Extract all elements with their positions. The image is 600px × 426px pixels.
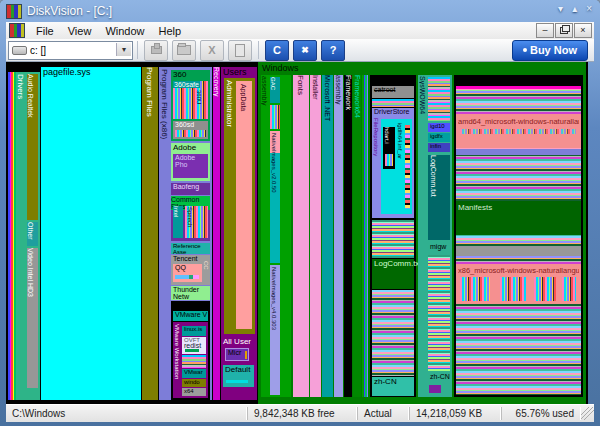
block-drivers[interactable]: Drivers Audio Realtek Other Video Intel …: [16, 72, 40, 400]
block-igdfx[interactable]: igdfx: [428, 133, 450, 142]
windows-thin-strips[interactable]: [362, 75, 368, 397]
block-system32[interactable]: System32 catroot DriverStore FileReposit…: [370, 75, 416, 397]
gac-stripes[interactable]: [270, 105, 280, 129]
block-video-intel[interactable]: Video Intel HD3: [27, 248, 38, 388]
label-reference: Reference Asse: [173, 243, 210, 255]
drive-selector[interactable]: c: [] ▾: [8, 41, 133, 60]
block-windows[interactable]: Windows assembly GAC NativeImages_v2.0.5…: [258, 62, 586, 404]
block-framework64[interactable]: Framework64: [353, 75, 361, 397]
close-button[interactable]: ×: [586, 3, 592, 14]
maximize-button[interactable]: ▴: [572, 3, 577, 14]
block-logcomm-wow64[interactable]: LogComm.txt: [428, 155, 450, 240]
block-intel[interactable]: Intel: [173, 206, 183, 238]
block-thunder[interactable]: Thunder Netw: [171, 286, 210, 300]
menu-help[interactable]: Help: [152, 24, 189, 38]
system32-stripes-3[interactable]: [372, 290, 414, 376]
block-hdart-inf[interactable]: hdart.i: [383, 127, 395, 169]
block-vmwar[interactable]: VMwar: [182, 369, 206, 378]
menu-file[interactable]: File: [29, 24, 61, 38]
block-gac[interactable]: GAC: [270, 77, 280, 103]
block-audio-realtek[interactable]: Audio Realtek: [27, 74, 38, 220]
block-nativeimages-v4[interactable]: NativeImages_v4.0.303: [270, 265, 280, 395]
block-installer[interactable]: Installer: [310, 75, 321, 397]
block-zhcn-wow64[interactable]: zh-CN: [428, 373, 450, 395]
block-administrator[interactable]: Administrator AppData: [224, 78, 255, 334]
block-x86-naturallanguage[interactable]: x86_microsoft-windows-naturallanguage6_: [456, 264, 581, 304]
block-vmware-v[interactable]: VMware V: [173, 311, 208, 321]
igd10-label: igd10: [430, 123, 445, 129]
block-recovery[interactable]: Recovery: [213, 67, 220, 400]
block-amd64-naturallanguage[interactable]: amd64_microsoft-windows-naturallanguage: [456, 114, 581, 148]
vmware-stripes[interactable]: [182, 355, 206, 368]
block-nativeimages-v2[interactable]: NativeImages_v2.0.50: [270, 131, 280, 263]
block-winsxs[interactable]: winsxs amd64_microsoft-windows-naturalla…: [454, 75, 583, 397]
chevron-down-icon[interactable]: ▾: [116, 43, 131, 56]
block-igd10[interactable]: igd10: [428, 123, 450, 132]
block-360safe[interactable]: 360safe 360U: [173, 81, 208, 119]
tools-button[interactable]: ✖: [293, 40, 317, 61]
block-syswow64[interactable]: SysWOW64 igd10 igdfx infin LogComm.txt m…: [418, 75, 452, 397]
help-button[interactable]: ?: [321, 40, 345, 61]
buy-now-button[interactable]: Buy Now: [512, 40, 588, 61]
mdi-restore-button[interactable]: [555, 23, 573, 38]
block-x64[interactable]: x64: [182, 388, 206, 396]
block-microsoft-user[interactable]: Micr: [225, 348, 249, 361]
block-reference-assemblies[interactable]: Reference Asse: [171, 243, 210, 254]
open-button[interactable]: [172, 40, 196, 61]
menu-bar: File View Window Help – ×: [6, 22, 594, 40]
label-360: 360: [173, 70, 186, 79]
system32-stripes-1[interactable]: [372, 99, 414, 107]
small-root-strips[interactable]: [8, 72, 16, 400]
syswow64-stripes-bottom[interactable]: [428, 255, 450, 371]
block-users[interactable]: Users Administrator AppData All User Mic…: [221, 67, 257, 400]
scan-button[interactable]: [144, 40, 168, 61]
mdi-minimize-button[interactable]: –: [536, 23, 554, 38]
menu-view[interactable]: View: [61, 24, 99, 38]
block-baofeng[interactable]: Baofeng: [171, 183, 210, 195]
mdi-close-button[interactable]: ×: [574, 23, 592, 38]
block-360sd[interactable]: 360sd: [173, 121, 208, 139]
block-program-files[interactable]: Program Files: [142, 67, 158, 400]
refresh-button[interactable]: C: [265, 40, 289, 61]
block-framework[interactable]: Framework: [344, 75, 352, 397]
open-folder-icon: [177, 45, 191, 55]
block-adobe-pho[interactable]: Adobe Pho: [173, 154, 208, 178]
block-manifests[interactable]: Manifests: [456, 201, 581, 235]
block-qq[interactable]: QQ: [173, 264, 202, 282]
syswow64-stripes-top[interactable]: [428, 77, 450, 121]
resize-grip[interactable]: [581, 407, 594, 420]
minimize-button[interactable]: ▾: [558, 3, 563, 14]
block-pagefile[interactable]: pagefile.sys: [41, 67, 141, 400]
block-common-files[interactable]: Common Files Intel Speech: [171, 196, 210, 241]
block-fonts[interactable]: Fonts: [293, 75, 309, 397]
block-adobe[interactable]: Adobe Adobe Pho: [171, 143, 210, 181]
block-logcomm-sys32[interactable]: LogComm.txt: [372, 259, 414, 289]
block-vmware[interactable]: VMware VMware V VMware Workstation linux…: [171, 301, 210, 400]
system32-stripes-2[interactable]: [372, 220, 414, 258]
block-infin[interactable]: infin: [428, 143, 450, 152]
block-tencent[interactable]: Tencent QQ CC: [171, 255, 210, 285]
block-zhcn-sys32[interactable]: zh-CN: [372, 377, 414, 396]
block-360[interactable]: 360 360safe 360U 360sd: [171, 70, 210, 141]
block-speech[interactable]: Speech: [185, 206, 208, 238]
block-catroot[interactable]: catroot: [372, 86, 414, 98]
block-vmware-workstation[interactable]: VMware Workstation linux.is OVFT redist …: [173, 322, 208, 398]
block-windo[interactable]: windo: [182, 379, 206, 387]
tools-icon: ✖: [301, 45, 309, 55]
report-button[interactable]: [228, 40, 252, 61]
stop-button[interactable]: X: [200, 40, 224, 61]
block-default-user[interactable]: Default: [223, 365, 254, 387]
block-linux-iso[interactable]: linux.is: [182, 326, 206, 336]
block-assembly[interactable]: assembly GAC NativeImages_v2.0.50 Native…: [261, 75, 291, 397]
block-program-files-x86[interactable]: Program Files (x86) 360 360safe 360U 360…: [159, 67, 212, 400]
block-migw[interactable]: migw: [428, 243, 450, 253]
menu-window[interactable]: Window: [98, 24, 151, 38]
block-redist[interactable]: OVFT redist: [182, 337, 206, 354]
block-microsoft-net[interactable]: Microsoft .NET: [322, 75, 333, 397]
block-appdata[interactable]: AppData: [236, 81, 252, 329]
block-net-assembly[interactable]: assembly: [334, 75, 343, 397]
winsxs-body[interactable]: amd64_microsoft-windows-naturallanguage …: [456, 86, 581, 395]
block-driverstore[interactable]: DriverStore FileRepository hdart.i igdlh…: [372, 108, 414, 218]
block-filerepository-body[interactable]: hdart.i igdlh64.inf_ar: [381, 119, 412, 214]
block-drivers-other[interactable]: Other: [27, 222, 38, 246]
